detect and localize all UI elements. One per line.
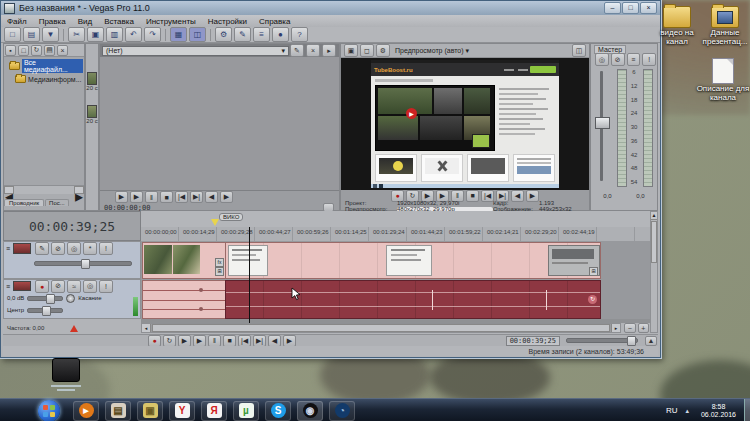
help-tool-icon[interactable]: ? xyxy=(291,27,308,42)
loop-playback-icon[interactable]: ↻ xyxy=(163,335,176,347)
show-desktop-button[interactable] xyxy=(744,399,750,421)
tray-expand-icon[interactable]: ▴ xyxy=(685,407,689,415)
event-pan-crop-icon[interactable]: ⊞ xyxy=(589,267,598,276)
track-automation-icon[interactable]: ◎ xyxy=(83,280,97,293)
drag-handle-icon[interactable]: ≡ xyxy=(6,283,10,290)
taskbar-bluray-player-icon[interactable]: ◔ xyxy=(329,401,355,421)
zoom-in-icon[interactable]: + xyxy=(638,323,650,333)
envelope-icon[interactable]: ✎ xyxy=(234,27,251,42)
magnifier-icon[interactable]: ▲ xyxy=(645,336,657,346)
video-track-header[interactable]: ≡ ✎ ⊘ ◎ * ! xyxy=(3,241,141,279)
event-loop-icon[interactable]: ↻ xyxy=(588,295,597,304)
open-icon[interactable]: ▤ xyxy=(23,27,40,42)
trimmer-close-icon[interactable]: × xyxy=(306,44,320,57)
normal-edit-tool-icon[interactable]: ≡ xyxy=(253,27,270,42)
pause-icon[interactable]: ‖ xyxy=(208,335,221,347)
trimmer-edit-icon[interactable]: ✎ xyxy=(290,44,304,57)
media-thumbnail[interactable] xyxy=(87,72,97,85)
next-frame-icon[interactable]: ▶ xyxy=(220,191,233,203)
go-to-end-icon[interactable]: ▶| xyxy=(190,191,203,203)
prev-frame-icon[interactable]: ◀ xyxy=(205,191,218,203)
event-fx-icon[interactable]: fx xyxy=(215,258,224,267)
media-remove-icon[interactable]: × xyxy=(57,45,68,56)
media-tree-item-all[interactable]: Все медиафайл... xyxy=(9,59,83,73)
track-warning-icon[interactable]: ! xyxy=(99,242,113,255)
desktop-icon-description-doc[interactable]: Описание для канала xyxy=(696,58,750,102)
stop-icon[interactable]: ■ xyxy=(223,335,236,347)
selection-tool-icon[interactable]: ● xyxy=(272,27,289,42)
media-tree-item-info[interactable]: Медиаинформ... xyxy=(15,75,83,83)
playhead-cursor[interactable] xyxy=(249,227,250,323)
edit-cursor-timecode[interactable]: 00:00:39;25 xyxy=(506,336,560,346)
menu-edit[interactable]: Правка xyxy=(33,17,72,26)
go-to-end-icon[interactable]: ▶| xyxy=(253,335,266,347)
timeline-ruler[interactable]: 00:00:00;00 00:00:14;29 00:00:29;28 00:0… xyxy=(141,227,650,242)
region-marker-tag[interactable]: ВИКО xyxy=(219,213,243,221)
envelope-point[interactable] xyxy=(199,288,203,292)
timeline-tracks-area[interactable]: ⊞ fx xyxy=(141,241,650,323)
menu-help[interactable]: Справка xyxy=(253,17,296,26)
track-warning-icon[interactable]: ! xyxy=(99,280,113,293)
pan-slider[interactable] xyxy=(27,308,63,313)
taskbar-folder-icon[interactable]: ▣ xyxy=(137,401,163,421)
save-icon[interactable]: ▼ xyxy=(42,27,59,42)
event-pan-crop-icon[interactable]: ⊞ xyxy=(215,267,224,276)
audio-track-header[interactable]: ≡ ● ⊘ ≈ ◎ ! 0,0 dB Касание Центр xyxy=(3,279,141,319)
media-import-icon[interactable]: □ xyxy=(18,45,29,56)
media-refresh-icon[interactable]: ↻ xyxy=(31,45,42,56)
record-icon[interactable]: ● xyxy=(148,335,161,347)
go-to-start-icon[interactable]: |◀ xyxy=(238,335,251,347)
track-solo-icon[interactable]: ◎ xyxy=(67,242,81,255)
taskbar-media-player-icon[interactable]: ▶ xyxy=(73,401,99,421)
media-new-bin-icon[interactable]: ▪ xyxy=(5,45,16,56)
video-event-photos[interactable]: ⊞ fx xyxy=(142,242,227,279)
external-monitor-icon[interactable]: ◻ xyxy=(360,44,374,57)
title-bar[interactable]: Без названия * - Vegas Pro 11.0 – □ × xyxy=(1,1,660,15)
taskbar-explorer-icon[interactable]: ▤ xyxy=(105,401,131,421)
stop-icon[interactable]: ■ xyxy=(466,190,479,202)
play-icon[interactable]: ▶ xyxy=(130,191,143,203)
undo-icon[interactable]: ↶ xyxy=(125,27,142,42)
play-icon[interactable]: ▶ xyxy=(115,191,128,203)
track-automation-icon[interactable]: * xyxy=(83,242,97,255)
minimize-button[interactable]: – xyxy=(604,2,621,14)
track-fx-icon[interactable]: ✎ xyxy=(35,242,49,255)
menu-insert[interactable]: Вставка xyxy=(98,17,140,26)
stop-icon[interactable]: ■ xyxy=(160,191,173,203)
ripple-edit-icon[interactable]: ⚙ xyxy=(215,27,232,42)
timeline-zoom-slider[interactable] xyxy=(566,338,638,343)
taskbar-skype-icon[interactable]: S xyxy=(265,401,291,421)
master-fader-handle[interactable] xyxy=(595,117,610,129)
video-fx-icon[interactable]: ⚙ xyxy=(376,44,390,57)
tray-clock[interactable]: 8:58 06.02.2016 xyxy=(701,403,736,419)
preview-quality-dropdown[interactable]: Предпросмотр (авто) ▾ xyxy=(395,47,469,55)
envelope-point[interactable] xyxy=(199,307,203,311)
language-indicator[interactable]: RU xyxy=(666,406,678,415)
desktop-icon-data-folder[interactable]: Данные презентац... xyxy=(702,6,748,46)
redo-icon[interactable]: ↷ xyxy=(144,27,161,42)
auto-crossfade-icon[interactable]: ◫ xyxy=(189,27,206,42)
audio-event-recording[interactable]: ↻ xyxy=(225,280,601,319)
media-hscrollbar[interactable]: ◂ ▸ xyxy=(4,185,84,194)
taskbar-yandex-icon[interactable]: Y xyxy=(169,401,195,421)
automation-knob-icon[interactable] xyxy=(66,294,75,303)
video-event-screen-capture[interactable]: ⊞ xyxy=(225,242,601,279)
next-frame-icon[interactable]: ▶ xyxy=(283,335,296,347)
trimmer-media-combobox[interactable]: (Нет) ▾ xyxy=(102,46,289,56)
play-icon[interactable]: ▶ xyxy=(193,335,206,347)
audio-event-left[interactable] xyxy=(142,280,227,319)
paste-icon[interactable]: ▥ xyxy=(106,27,123,42)
split-screen-icon[interactable]: ◫ xyxy=(572,44,586,57)
copy-icon[interactable]: ▣ xyxy=(87,27,104,42)
prev-frame-icon[interactable]: ◀ xyxy=(268,335,281,347)
start-button[interactable] xyxy=(38,400,60,421)
timeline-timecode-display[interactable]: 00:00:39;25 xyxy=(3,211,141,241)
play-from-start-icon[interactable]: ▶ xyxy=(178,335,191,347)
desktop-icon-unknown[interactable] xyxy=(46,358,86,391)
taskbar-vegas-icon[interactable]: ◉ xyxy=(297,401,323,421)
new-project-icon[interactable]: □ xyxy=(4,27,21,42)
menu-file[interactable]: Файл xyxy=(1,17,33,26)
menu-options[interactable]: Настройки xyxy=(202,17,253,26)
cut-icon[interactable]: ✂ xyxy=(68,27,85,42)
go-to-start-icon[interactable]: |◀ xyxy=(175,191,188,203)
